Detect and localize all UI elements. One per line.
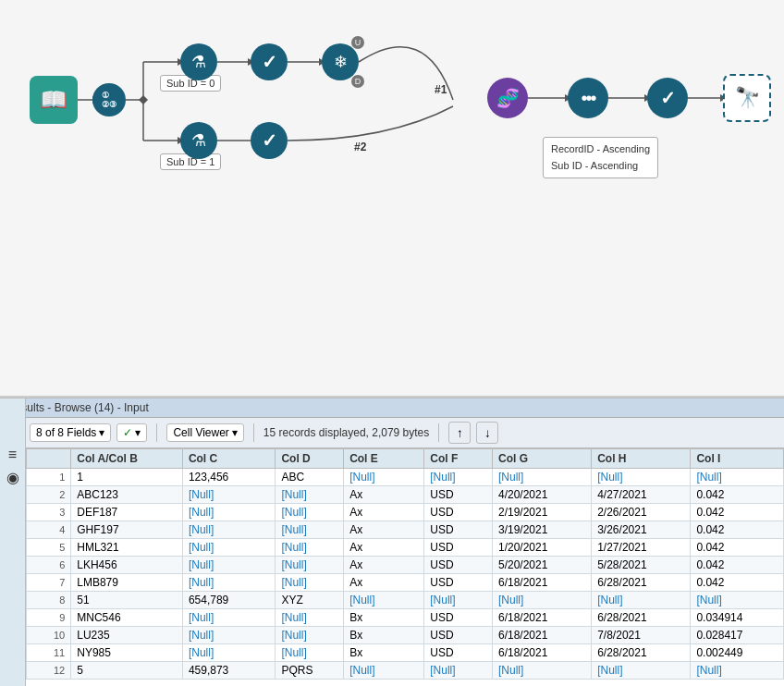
data-table-wrapper[interactable]: Col A/Col B Col C Col D Col E Col F Col … — [26, 448, 784, 680]
node-check-2[interactable]: ✓ — [251, 122, 288, 159]
cell-d: [Null] — [276, 609, 344, 627]
dots-icon: ••• — [581, 88, 594, 109]
node-check-1[interactable]: ✓ — [251, 43, 288, 80]
node-flask-1[interactable]: ⚗ — [180, 43, 217, 80]
scroll-down-button[interactable]: ↓ — [476, 422, 498, 444]
eye-icon[interactable]: ◉ — [6, 469, 19, 486]
col-header-h[interactable]: Col H — [592, 449, 691, 469]
cell-record: 9 — [27, 609, 71, 627]
data-table: Col A/Col B Col C Col D Col E Col F Col … — [26, 448, 784, 680]
numbers-icon: ①②③ — [102, 91, 116, 109]
cell-a: HML321 — [71, 539, 183, 557]
cell-f: [Null] — [424, 469, 493, 486]
table-row[interactable]: 125459,873PQRS[Null][Null][Null][Null][N… — [27, 662, 784, 680]
col-header-a[interactable]: Col A/Col B — [71, 449, 183, 469]
cell-h: [Null] — [592, 592, 691, 609]
dna-icon: 🧬 — [496, 87, 520, 109]
col-header-c[interactable]: Col C — [182, 449, 276, 469]
table-row[interactable]: 4GHF197[Null][Null]AxUSD3/19/20213/26/20… — [27, 521, 784, 539]
cell-c: 459,873 — [182, 662, 276, 680]
table-row[interactable]: 7LMB879[Null][Null]AxUSD6/18/20216/28/20… — [27, 574, 784, 592]
cell-record: 6 — [27, 557, 71, 574]
cell-g: [Null] — [492, 662, 591, 680]
cell-e: Ax — [344, 504, 424, 521]
col-header-e[interactable]: Col E — [344, 449, 424, 469]
cell-d: XYZ — [276, 592, 344, 609]
cell-h: [Null] — [592, 469, 691, 486]
col-header-d[interactable]: Col D — [276, 449, 344, 469]
cell-a: GHF197 — [71, 521, 183, 539]
cell-e: Bx — [344, 644, 424, 662]
table-row[interactable]: 5HML321[Null][Null]AxUSD1/20/20211/27/20… — [27, 539, 784, 557]
cell-d: [Null] — [276, 486, 344, 504]
cell-record: 4 — [27, 521, 71, 539]
cell-c: [Null] — [182, 557, 276, 574]
cell-f: USD — [424, 486, 493, 504]
cell-g: 6/18/2021 — [492, 574, 591, 592]
menu-icon[interactable]: ≡ — [8, 447, 17, 463]
cell-f: USD — [424, 609, 493, 627]
cell-g: [Null] — [492, 469, 591, 486]
cell-g: 5/20/2021 — [492, 557, 591, 574]
cell-viewer-button[interactable]: Cell Viewer ▾ — [166, 423, 243, 442]
node-flask-2[interactable]: ⚗ — [180, 122, 217, 159]
node-snowflake[interactable]: ❄ U D — [322, 43, 359, 80]
cell-i: [Null] — [691, 592, 784, 609]
snowflake-icon: ❄ — [334, 52, 348, 72]
cell-f: [Null] — [424, 592, 493, 609]
cell-e: [Null] — [344, 469, 424, 486]
check-2-icon: ✓ — [262, 129, 277, 152]
results-bar: Results - Browse (14) - Input — [0, 398, 784, 418]
node-dna[interactable]: 🧬 — [487, 78, 528, 118]
table-row[interactable]: 10LU235[Null][Null]BxUSD6/18/20217/8/202… — [27, 627, 784, 644]
badge-d: D — [351, 75, 364, 88]
toolbar: 8 of 8 Fields ▾ ✓ ▾ Cell Viewer ▾ 15 rec… — [0, 418, 784, 448]
node-check-3[interactable]: ✓ — [647, 78, 688, 118]
cell-d: ABC — [276, 469, 344, 486]
cell-g: 6/18/2021 — [492, 644, 591, 662]
cell-h: 6/28/2021 — [592, 644, 691, 662]
table-row[interactable]: 6LKH456[Null][Null]AxUSD5/20/20215/28/20… — [27, 557, 784, 574]
cell-e: Ax — [344, 539, 424, 557]
separator-1 — [156, 423, 157, 442]
cell-f: USD — [424, 521, 493, 539]
cell-i: 0.042 — [691, 557, 784, 574]
check-arrow-button[interactable]: ✓ ▾ — [116, 423, 147, 442]
node-book[interactable]: 📖 — [30, 76, 78, 124]
table-row[interactable]: 2ABC123[Null][Null]AxUSD4/20/20214/27/20… — [27, 486, 784, 504]
table-row[interactable]: 851654,789XYZ[Null][Null][Null][Null][Nu… — [27, 592, 784, 609]
node-numbers[interactable]: ①②③ — [92, 83, 126, 116]
col-header-f[interactable]: Col F — [424, 449, 493, 469]
cell-viewer-label: Cell Viewer — [173, 426, 228, 439]
cell-e: Ax — [344, 574, 424, 592]
col-header-record[interactable] — [27, 449, 71, 469]
table-row[interactable]: 3DEF187[Null][Null]AxUSD2/19/20212/26/20… — [27, 504, 784, 521]
scroll-up-button[interactable]: ↑ — [448, 422, 471, 444]
table-header-row: Col A/Col B Col C Col D Col E Col F Col … — [27, 449, 784, 469]
cell-h: 6/28/2021 — [592, 609, 691, 627]
check-arrow: ▾ — [135, 426, 141, 439]
cell-record: 3 — [27, 504, 71, 521]
cell-h: [Null] — [592, 662, 691, 680]
cell-i: 0.042 — [691, 486, 784, 504]
node-browse[interactable]: 🔭 — [723, 74, 771, 122]
cell-a: MNC546 — [71, 609, 183, 627]
check-icon: ✓ — [123, 426, 132, 439]
cell-f: USD — [424, 574, 493, 592]
svg-marker-6 — [139, 95, 148, 104]
col-header-g[interactable]: Col G — [492, 449, 591, 469]
fields-button[interactable]: 8 of 8 Fields ▾ — [30, 423, 111, 442]
col-header-i[interactable]: Col I — [691, 449, 784, 469]
cell-f: USD — [424, 644, 493, 662]
node-dots[interactable]: ••• — [568, 78, 608, 118]
table-row[interactable]: 11123,456ABC[Null][Null][Null][Null][Nul… — [27, 469, 784, 486]
cell-c: [Null] — [182, 644, 276, 662]
cell-g: 3/19/2021 — [492, 521, 591, 539]
table-row[interactable]: 9MNC546[Null][Null]BxUSD6/18/20216/28/20… — [27, 609, 784, 627]
cell-record: 1 — [27, 469, 71, 486]
cell-h: 2/26/2021 — [592, 504, 691, 521]
table-row[interactable]: 11NY985[Null][Null]BxUSD6/18/20216/28/20… — [27, 644, 784, 662]
cell-c: [Null] — [182, 521, 276, 539]
cell-h: 7/8/2021 — [592, 627, 691, 644]
records-info: 15 records displayed, 2,079 bytes — [263, 426, 429, 439]
